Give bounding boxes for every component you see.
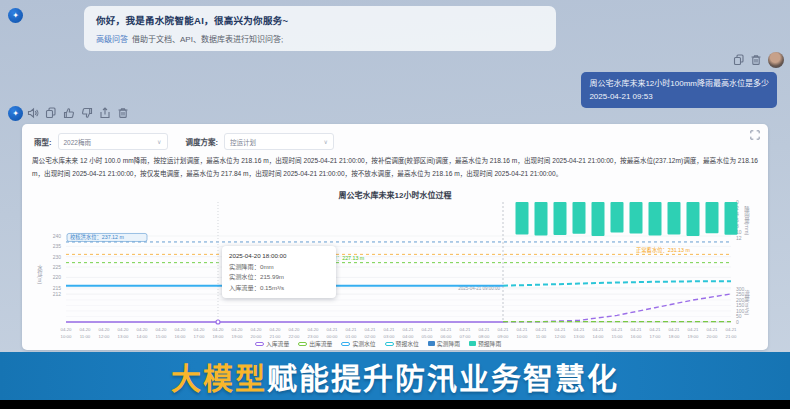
legend-marker: [341, 342, 350, 346]
svg-text:04-21: 04-21: [346, 327, 358, 332]
svg-text:12:00: 12:00: [555, 334, 566, 339]
svg-text:降雨量(mm): 降雨量(mm): [744, 205, 750, 236]
assistant-avatar: ✦: [8, 8, 23, 23]
greeting-desc: 高级问答借助于文档、API、数据库表进行知识问答;: [96, 33, 544, 44]
legend-item-出库流量[interactable]: 出库流量: [298, 339, 332, 348]
legend-marker: [385, 342, 394, 346]
user-message-time: 2025-04-21 09:53: [589, 90, 769, 103]
legend-label: 实测降雨: [437, 339, 460, 348]
svg-text:04-21: 04-21: [441, 327, 453, 332]
svg-text:04-21: 04-21: [365, 327, 377, 332]
user-message-text: 周公宅水库未来12小时100mm降雨最高水位是多少: [589, 77, 769, 90]
svg-text:04-21: 04-21: [707, 327, 719, 332]
legend-item-实测降雨[interactable]: 实测降雨: [428, 339, 460, 348]
svg-text:15:00: 15:00: [612, 334, 623, 339]
svg-text:225: 225: [53, 264, 62, 270]
legend-marker: [298, 342, 307, 346]
plan-label: 调度方案:: [186, 136, 219, 147]
copy-icon[interactable]: [733, 54, 745, 66]
svg-text:10:00: 10:00: [517, 334, 528, 339]
legend-item-入库流量[interactable]: 入库流量: [255, 339, 289, 348]
svg-text:16:00: 16:00: [631, 334, 642, 339]
chevron-down-icon: ∨: [324, 138, 328, 145]
assistant-avatar: ✦: [8, 106, 23, 121]
svg-text:水位(m): 水位(m): [37, 264, 43, 285]
water-level-chart[interactable]: 240235230225220215212水位(m)024681012降雨量(m…: [30, 198, 760, 350]
svg-text:01:00: 01:00: [346, 334, 357, 339]
advanced-qa-tag: 高级问答: [96, 35, 128, 44]
svg-text:04-20: 04-20: [156, 327, 168, 332]
tooltip-row: 实测降雨：0mm: [229, 262, 329, 273]
svg-text:17:00: 17:00: [194, 334, 205, 339]
user-avatar: [768, 52, 784, 68]
svg-text:11:00: 11:00: [536, 334, 547, 339]
legend-item-预报降雨[interactable]: 预报降雨: [469, 339, 501, 348]
svg-text:240: 240: [53, 233, 62, 239]
svg-text:23:00: 23:00: [308, 334, 319, 339]
svg-text:17:00: 17:00: [650, 334, 661, 339]
answer-toolbar: [27, 107, 129, 119]
trash-icon[interactable]: [750, 54, 762, 66]
svg-text:00:00: 00:00: [327, 334, 338, 339]
svg-text:220: 220: [53, 274, 62, 280]
svg-text:04-21: 04-21: [517, 327, 529, 332]
svg-text:流量(m³/s): 流量(m³/s): [744, 289, 750, 316]
speaker-icon[interactable]: [27, 107, 39, 119]
svg-text:04-21: 04-21: [460, 327, 472, 332]
rain-type-select[interactable]: 2022梅雨 ∨: [58, 133, 168, 150]
greeting-title: 你好，我是甬水院智能AI，很高兴为你服务~: [96, 13, 544, 27]
answer-text: 周公宅水库未来 12 小时 100.0 mm降雨，按控运计划调度，最高水位为 2…: [32, 155, 758, 180]
svg-text:04-21: 04-21: [384, 327, 396, 332]
svg-text:04-20: 04-20: [118, 327, 130, 332]
svg-text:22:00: 22:00: [289, 334, 300, 339]
fullscreen-icon[interactable]: [750, 130, 760, 140]
svg-text:0: 0: [736, 319, 739, 325]
svg-text:04-20: 04-20: [289, 327, 301, 332]
svg-text:04-21: 04-21: [403, 327, 415, 332]
svg-text:16:00: 16:00: [175, 334, 186, 339]
svg-text:04-21: 04-21: [688, 327, 700, 332]
svg-text:04-20: 04-20: [99, 327, 111, 332]
thumbs-down-icon[interactable]: [81, 107, 93, 119]
legend-label: 入库流量: [266, 339, 289, 348]
tooltip-time: 2025-04-20 18:00:00: [229, 251, 329, 262]
svg-text:04-20: 04-20: [251, 327, 263, 332]
copy-icon[interactable]: [45, 107, 57, 119]
bottom-banner: 大模型赋能提升防汛业务智慧化: [0, 352, 790, 400]
svg-text:07:00: 07:00: [460, 334, 471, 339]
svg-text:04-20: 04-20: [308, 327, 320, 332]
svg-text:04-21: 04-21: [479, 327, 491, 332]
legend-item-预报水位[interactable]: 预报水位: [385, 339, 419, 348]
banner-rest: 赋能提升防汛业务智慧化: [267, 362, 619, 395]
svg-text:14:00: 14:00: [137, 334, 148, 339]
svg-text:04-21: 04-21: [612, 327, 624, 332]
legend-item-实测水位[interactable]: 实测水位: [341, 339, 375, 348]
svg-text:04-21: 04-21: [574, 327, 586, 332]
trash-icon[interactable]: [117, 107, 129, 119]
user-message-actions: [733, 54, 762, 66]
tooltip-row: 实测水位：215.99m: [229, 272, 329, 283]
svg-text:04-20: 04-20: [175, 327, 187, 332]
thumbs-up-icon[interactable]: [63, 107, 75, 119]
legend-marker: [469, 341, 476, 346]
tooltip-row: 入库流量：0.15m³/s: [229, 283, 329, 294]
svg-text:04-20: 04-20: [80, 327, 92, 332]
svg-text:04:00: 04:00: [403, 334, 414, 339]
svg-text:04-21: 04-21: [536, 327, 548, 332]
legend-marker: [255, 342, 264, 346]
svg-text:04-20: 04-20: [232, 327, 244, 332]
svg-text:12:00: 12:00: [99, 334, 110, 339]
chevron-down-icon: ∨: [157, 138, 161, 145]
svg-text:215: 215: [53, 285, 62, 291]
svg-text:212: 212: [53, 291, 62, 297]
svg-text:04-21: 04-21: [669, 327, 681, 332]
svg-text:05:00: 05:00: [422, 334, 433, 339]
svg-text:04-20: 04-20: [213, 327, 225, 332]
export-icon[interactable]: [99, 107, 111, 119]
svg-text:15:00: 15:00: [156, 334, 167, 339]
svg-text:18:00: 18:00: [669, 334, 680, 339]
plan-select[interactable]: 控运计划 ∨: [224, 133, 334, 150]
svg-text:18:00: 18:00: [213, 334, 224, 339]
svg-text:04-20: 04-20: [194, 327, 206, 332]
chart-tooltip: 2025-04-20 18:00:00实测降雨：0mm实测水位：215.99m入…: [222, 246, 336, 298]
